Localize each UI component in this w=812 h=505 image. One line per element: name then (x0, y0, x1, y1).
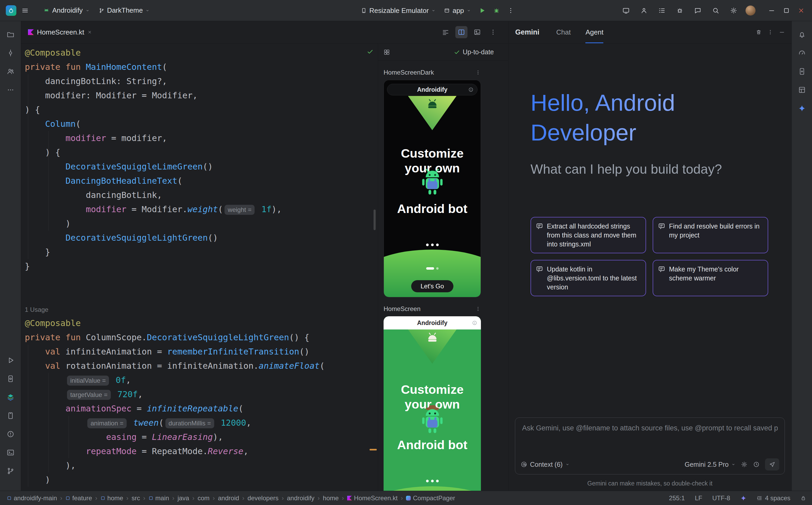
code-line[interactable]: DancingBotHeadlineText( (25, 174, 378, 188)
inspections-ok-icon[interactable] (367, 48, 373, 55)
lock-icon[interactable] (800, 495, 806, 501)
gemini-settings-icon[interactable] (741, 461, 747, 468)
tab-chat[interactable]: Chat (556, 21, 571, 43)
code-line[interactable]: @Composable (25, 316, 378, 330)
breadcrumb-item[interactable]: main (148, 494, 169, 502)
more-v-button[interactable] (487, 26, 499, 38)
build-variants-button[interactable] (4, 391, 17, 403)
gemini-prompt-input[interactable] (522, 424, 778, 432)
lets-go-button[interactable]: Let's Go (411, 280, 454, 292)
gallery-view-icon[interactable] (383, 49, 390, 56)
tab-close-icon[interactable] (87, 30, 92, 34)
code-line[interactable]: DecorativeSquiggleLimeGreen() (25, 159, 378, 174)
code-line[interactable]: modifier = Modifier.weight(weight = 1f), (25, 202, 378, 216)
code-line[interactable] (25, 288, 378, 302)
more-h-button[interactable] (4, 84, 17, 96)
code-line[interactable]: dancingBotLink: String?, (25, 74, 378, 88)
maximize-button[interactable] (780, 4, 793, 17)
code-line[interactable]: } (25, 245, 378, 259)
breadcrumb-item[interactable]: home (101, 494, 123, 502)
device-explorer-button[interactable] (796, 65, 808, 77)
terminal-button[interactable] (4, 447, 17, 459)
code-line[interactable]: initialValue = 0f, (25, 373, 378, 387)
ai-bug-button[interactable] (674, 4, 686, 17)
layout-inspector-button[interactable] (796, 84, 808, 96)
breadcrumb-item[interactable]: android (218, 494, 239, 502)
minimize-button[interactable] (766, 4, 778, 17)
breadcrumb-item[interactable]: developers (247, 494, 278, 502)
model-selector[interactable]: Gemini 2.5 Pro (685, 461, 735, 468)
editor-scrollbar[interactable] (373, 209, 376, 230)
code-line[interactable]: ) (25, 216, 378, 231)
code-line[interactable]: 1 Usage (25, 302, 378, 316)
code-line[interactable]: val infiniteAnimation = rememberInfinite… (25, 344, 378, 359)
code-line[interactable]: ) { (25, 103, 378, 117)
line-separator[interactable]: LF (695, 494, 702, 502)
caret-position[interactable]: 255:1 (669, 494, 685, 502)
minimize-panel-icon[interactable] (779, 29, 785, 35)
device-selector[interactable]: Resizable Emulator (358, 3, 439, 18)
trash-icon[interactable] (756, 29, 762, 35)
folder-button[interactable] (4, 28, 17, 41)
cast-button[interactable] (620, 4, 632, 17)
breadcrumb-item[interactable]: CompactPager (406, 494, 455, 502)
chat-button[interactable] (692, 4, 704, 17)
suggestion-card[interactable]: Update kotlin in @libs.version.toml to t… (531, 260, 646, 296)
project-selector[interactable]: Androidify (40, 3, 93, 18)
code-line[interactable]: targetValue = 720f, (25, 387, 378, 401)
breadcrumb-item[interactable]: home (323, 494, 339, 502)
run-config-selector[interactable]: app (441, 3, 474, 18)
run-outline-button[interactable] (4, 354, 17, 366)
code-line[interactable]: private fun MainHomeContent( (25, 60, 378, 74)
design-view-button[interactable] (471, 26, 483, 38)
checklist-button[interactable] (656, 4, 668, 17)
indent-setting[interactable]: 4 spaces (757, 494, 790, 502)
code-line[interactable]: Column( (25, 117, 378, 131)
avatar[interactable] (745, 6, 756, 16)
debug-button[interactable] (490, 4, 502, 17)
code-view-button[interactable] (440, 26, 452, 38)
profiler-button[interactable] (796, 47, 808, 59)
code-line[interactable]: DecorativeSquiggleLightGreen() (25, 231, 378, 245)
preview-homescreendark[interactable]: Androidify Customize your own (383, 80, 481, 297)
breadcrumb-item[interactable]: androidify (287, 494, 315, 502)
code-line[interactable]: animationSpec = infiniteRepeatable( (25, 401, 378, 415)
preview-homescreen[interactable]: Androidify Customize your own (383, 316, 481, 491)
code-line[interactable]: ) (25, 473, 378, 487)
emulator-button[interactable] (4, 409, 17, 422)
version-control-button[interactable] (4, 465, 17, 477)
breadcrumb-item[interactable]: com (198, 494, 210, 502)
problems-button[interactable] (4, 428, 17, 440)
device-manager-button[interactable] (4, 373, 17, 385)
code-line[interactable]: } (25, 259, 378, 273)
breadcrumb-item[interactable]: HomeScreen.kt (347, 494, 397, 502)
breadcrumb-item[interactable]: src (132, 494, 140, 502)
editor-tab-homescreen[interactable]: HomeScreen.kt (21, 21, 99, 43)
more-vertical-icon[interactable] (767, 29, 774, 35)
tab-agent[interactable]: Agent (585, 21, 603, 43)
ai-spark-icon[interactable] (740, 495, 746, 501)
code-line[interactable]: modifier = modifier, (25, 131, 378, 145)
notifications-button[interactable] (796, 28, 808, 41)
suggestion-card[interactable]: Find and resolve build errors in my proj… (653, 217, 768, 253)
code-line[interactable]: animation = tween(durationMillis = 12000… (25, 415, 378, 430)
code-line[interactable]: ) { (25, 145, 378, 159)
code-line[interactable]: @Composable (25, 46, 378, 60)
settings-button[interactable] (727, 4, 740, 17)
file-encoding[interactable]: UTF-8 (712, 494, 730, 502)
suggestion-card[interactable]: Make my Theme's color scheme warmer (653, 260, 768, 296)
gemini-spark-button[interactable] (796, 102, 808, 114)
history-icon[interactable] (753, 461, 760, 468)
preview-more-icon[interactable] (475, 69, 481, 75)
branch-selector[interactable]: DarkTheme (96, 3, 153, 18)
more-run-actions-button[interactable] (505, 4, 517, 17)
preview-more-icon[interactable] (475, 306, 481, 312)
code-line[interactable]: private fun ColumnScope.DecorativeSquigg… (25, 330, 378, 344)
close-button[interactable] (795, 4, 807, 17)
run-button[interactable] (476, 4, 488, 17)
breadcrumb-item[interactable]: androidify-main (7, 494, 57, 502)
code-line[interactable]: modifier: Modifier = Modifier, (25, 88, 378, 103)
breadcrumb-item[interactable]: java (178, 494, 189, 502)
users-button[interactable] (4, 65, 17, 77)
send-button[interactable] (765, 458, 779, 471)
